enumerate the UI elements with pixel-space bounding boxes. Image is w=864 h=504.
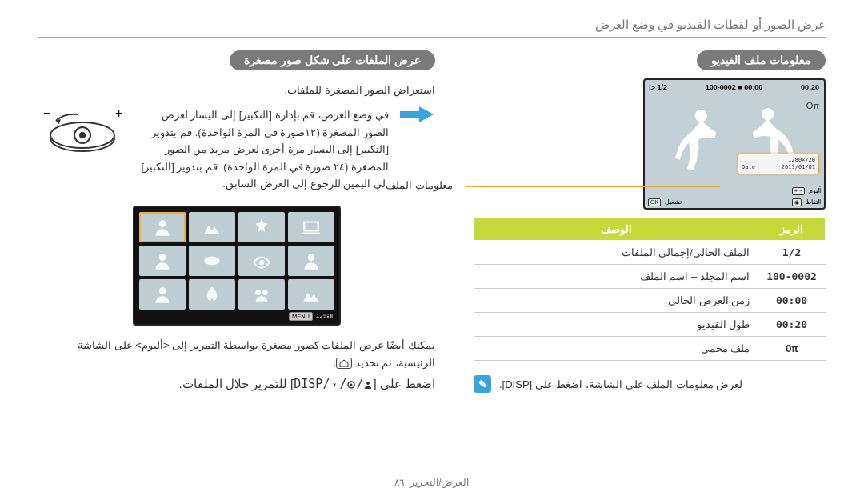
thumbnail-selected[interactable] [139, 212, 186, 242]
ok-icon: OK [648, 198, 661, 206]
section-pill-thumbnails: عرض الملفات على شكل صور مصغرة [230, 50, 435, 70]
table-row: 00:20طول الفيديو [474, 313, 826, 337]
lock-icon: Oπ [806, 101, 819, 110]
thumbnails-subtext: استعراض الصور المصغرة للملفات. [38, 82, 435, 98]
thumbnail[interactable] [288, 246, 334, 276]
svg-point-1 [762, 108, 774, 120]
svg-point-9 [159, 254, 166, 261]
thumbnail[interactable] [139, 279, 186, 310]
zoom-dial-icon: − + [38, 103, 126, 157]
thumbnail[interactable] [189, 246, 235, 276]
svg-point-10 [204, 256, 220, 265]
table-row: 100-0002اسم المجلد – اسم الملف [474, 265, 826, 289]
shutter-icon: ◉ [792, 198, 802, 206]
page-footer: العرض/التحرير ٨٦ [0, 477, 864, 488]
table-row: 00:00زمن العرض الحالي [474, 289, 826, 313]
svg-point-0 [695, 110, 707, 122]
thumbnail[interactable] [238, 279, 285, 310]
screen-filecode: 100-0002 ■ 00:00 [706, 83, 763, 91]
screen-duration: 00:20 [801, 83, 819, 91]
zoom-paragraph: في وضع العرض، قم بإدارة [التكبير] إلى ال… [136, 106, 389, 192]
svg-point-11 [259, 260, 265, 266]
menu-chip: MENU [289, 312, 313, 321]
svg-point-17 [350, 383, 353, 386]
thumbnail-grid-screen: MENUالقائمة [133, 206, 341, 326]
svg-point-13 [159, 287, 166, 294]
scroll-instruction: اضغط على [DISP///] للتمرير خلال الملفات. [38, 377, 435, 391]
divider [38, 37, 826, 38]
symbol-table: الرمز الوصف 1/2الملف الحالي/إجمالي الملف… [474, 218, 826, 361]
svg-point-14 [255, 290, 261, 295]
table-row: 1/2الملف الحالي/إجمالي الملفات [474, 241, 826, 265]
svg-point-15 [262, 290, 268, 295]
leader-line [466, 186, 720, 187]
svg-point-12 [308, 254, 315, 261]
thumbnail[interactable] [139, 246, 186, 276]
thumbnail[interactable] [238, 212, 285, 242]
svg-text:+: + [115, 106, 122, 120]
note-icon: ✎ [474, 375, 491, 393]
album-paragraph: يمكنك أيضًا عرض الملفات كصور مصغرة بواسط… [78, 339, 435, 369]
file-info-callout: معلومات الملف [386, 179, 456, 191]
thumbnail[interactable] [288, 212, 334, 242]
thumbnail[interactable] [238, 246, 285, 276]
file-info-overlay: 1280×720 Date2013/01/01 [738, 154, 819, 174]
section-pill-videoinfo: معلومات ملف الفيديو [697, 50, 826, 70]
album-toggle-icon: + − [792, 187, 805, 195]
thumbnail[interactable] [288, 279, 334, 310]
svg-point-8 [159, 220, 166, 227]
col-symbol: الرمز [758, 218, 826, 241]
col-desc: الوصف [474, 218, 758, 241]
disp-note: لعرض معلومات الملف على الشاشة، اضغط على … [499, 378, 742, 390]
play-label: تشغيل [665, 198, 682, 206]
menu-label: القائمة [316, 313, 333, 320]
thumbnail[interactable] [189, 212, 235, 242]
pointing-hand-icon [398, 103, 435, 128]
table-row: Oπملف محمي [474, 337, 826, 361]
screen-counter: ▷ 1/2 [650, 83, 667, 91]
thumbnail[interactable] [189, 279, 235, 310]
svg-point-18 [366, 382, 370, 385]
album-label: ألبوم [809, 187, 821, 194]
svg-text:−: − [43, 106, 50, 120]
camera-screen-preview: ▷ 1/2 100-0002 ■ 00:00 00:20 [643, 78, 826, 210]
shots-label: التقاط [806, 198, 821, 206]
page-title: عرض الصور أو لقطات الفيديو في وضع العرض [38, 18, 826, 37]
svg-point-7 [79, 132, 86, 138]
home-icon [336, 358, 352, 369]
